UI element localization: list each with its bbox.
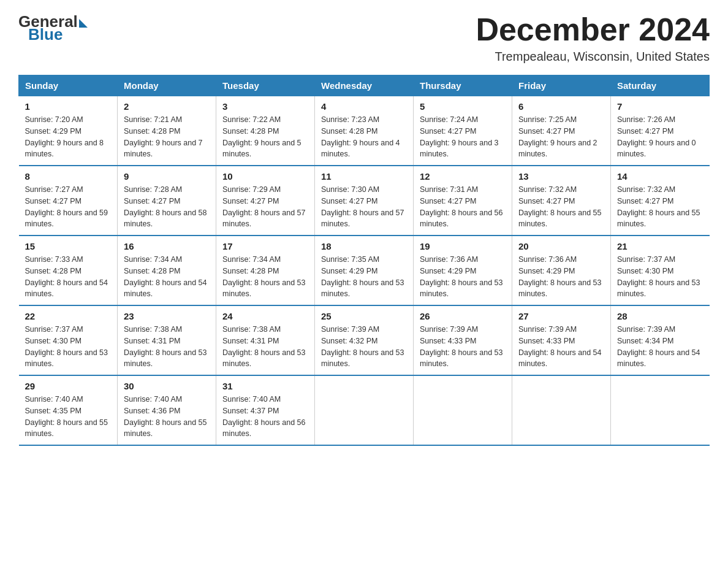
calendar-cell: 3 Sunrise: 7:22 AMSunset: 4:28 PMDayligh…: [216, 96, 315, 166]
header-sunday: Sunday: [19, 75, 118, 96]
day-number: 24: [222, 311, 308, 321]
calendar-cell: 2 Sunrise: 7:21 AMSunset: 4:28 PMDayligh…: [118, 96, 216, 166]
day-info: Sunrise: 7:40 AMSunset: 4:37 PMDaylight:…: [222, 394, 308, 440]
day-number: 29: [25, 381, 112, 391]
week-row-1: 1 Sunrise: 7:20 AMSunset: 4:29 PMDayligh…: [19, 96, 710, 166]
header-tuesday: Tuesday: [216, 75, 315, 96]
day-info: Sunrise: 7:25 AMSunset: 4:27 PMDaylight:…: [518, 114, 604, 160]
day-info: Sunrise: 7:39 AMSunset: 4:33 PMDaylight:…: [518, 324, 604, 370]
calendar-cell: 22 Sunrise: 7:37 AMSunset: 4:30 PMDaylig…: [19, 305, 118, 375]
header-saturday: Saturday: [611, 75, 710, 96]
day-info: Sunrise: 7:38 AMSunset: 4:31 PMDaylight:…: [222, 324, 308, 370]
day-info: Sunrise: 7:34 AMSunset: 4:28 PMDaylight:…: [124, 254, 210, 300]
header-friday: Friday: [512, 75, 611, 96]
calendar-cell: 10 Sunrise: 7:29 AMSunset: 4:27 PMDaylig…: [216, 166, 315, 236]
day-number: 15: [25, 241, 112, 251]
day-info: Sunrise: 7:39 AMSunset: 4:34 PMDaylight:…: [617, 324, 703, 370]
calendar-cell: [512, 375, 611, 445]
day-number: 22: [25, 311, 112, 321]
day-info: Sunrise: 7:27 AMSunset: 4:27 PMDaylight:…: [25, 184, 112, 230]
calendar-table: SundayMondayTuesdayWednesdayThursdayFrid…: [18, 75, 710, 446]
day-info: Sunrise: 7:37 AMSunset: 4:30 PMDaylight:…: [617, 254, 703, 300]
header-thursday: Thursday: [414, 75, 512, 96]
calendar-cell: 21 Sunrise: 7:37 AMSunset: 4:30 PMDaylig…: [611, 236, 710, 305]
calendar-cell: 20 Sunrise: 7:36 AMSunset: 4:29 PMDaylig…: [512, 236, 611, 305]
day-number: 25: [321, 311, 407, 321]
week-row-4: 22 Sunrise: 7:37 AMSunset: 4:30 PMDaylig…: [19, 305, 710, 375]
day-info: Sunrise: 7:20 AMSunset: 4:29 PMDaylight:…: [25, 114, 112, 160]
day-number: 4: [321, 101, 407, 112]
logo-arrow-icon: [79, 19, 88, 28]
calendar-cell: 30 Sunrise: 7:40 AMSunset: 4:36 PMDaylig…: [118, 375, 216, 445]
day-info: Sunrise: 7:37 AMSunset: 4:30 PMDaylight:…: [25, 324, 112, 370]
day-number: 20: [518, 241, 604, 251]
calendar-cell: 6 Sunrise: 7:25 AMSunset: 4:27 PMDayligh…: [512, 96, 611, 166]
day-number: 5: [420, 101, 506, 112]
day-number: 1: [25, 101, 112, 112]
day-info: Sunrise: 7:36 AMSunset: 4:29 PMDaylight:…: [518, 254, 604, 300]
day-info: Sunrise: 7:36 AMSunset: 4:29 PMDaylight:…: [420, 254, 506, 300]
day-info: Sunrise: 7:33 AMSunset: 4:28 PMDaylight:…: [25, 254, 112, 300]
day-info: Sunrise: 7:29 AMSunset: 4:27 PMDaylight:…: [222, 184, 308, 230]
day-info: Sunrise: 7:32 AMSunset: 4:27 PMDaylight:…: [617, 184, 703, 230]
calendar-cell: 28 Sunrise: 7:39 AMSunset: 4:34 PMDaylig…: [611, 305, 710, 375]
calendar-cell: 27 Sunrise: 7:39 AMSunset: 4:33 PMDaylig…: [512, 305, 611, 375]
day-info: Sunrise: 7:32 AMSunset: 4:27 PMDaylight:…: [518, 184, 604, 230]
day-number: 14: [617, 171, 703, 182]
header-monday: Monday: [118, 75, 216, 96]
calendar-cell: 9 Sunrise: 7:28 AMSunset: 4:27 PMDayligh…: [118, 166, 216, 236]
week-row-2: 8 Sunrise: 7:27 AMSunset: 4:27 PMDayligh…: [19, 166, 710, 236]
calendar-cell: 26 Sunrise: 7:39 AMSunset: 4:33 PMDaylig…: [414, 305, 512, 375]
calendar-cell: 14 Sunrise: 7:32 AMSunset: 4:27 PMDaylig…: [611, 166, 710, 236]
calendar-cell: 29 Sunrise: 7:40 AMSunset: 4:35 PMDaylig…: [19, 375, 118, 445]
day-number: 27: [518, 311, 604, 321]
day-number: 18: [321, 241, 407, 251]
day-number: 31: [222, 381, 308, 391]
day-info: Sunrise: 7:31 AMSunset: 4:27 PMDaylight:…: [420, 184, 506, 230]
calendar-cell: 23 Sunrise: 7:38 AMSunset: 4:31 PMDaylig…: [118, 305, 216, 375]
calendar-cell: 18 Sunrise: 7:35 AMSunset: 4:29 PMDaylig…: [315, 236, 414, 305]
calendar-cell: 15 Sunrise: 7:33 AMSunset: 4:28 PMDaylig…: [19, 236, 118, 305]
week-row-3: 15 Sunrise: 7:33 AMSunset: 4:28 PMDaylig…: [19, 236, 710, 305]
day-number: 26: [420, 311, 506, 321]
calendar-cell: 8 Sunrise: 7:27 AMSunset: 4:27 PMDayligh…: [19, 166, 118, 236]
day-info: Sunrise: 7:34 AMSunset: 4:28 PMDaylight:…: [222, 254, 308, 300]
title-block: December 2024 Trempealeau, Wisconsin, Un…: [476, 12, 710, 64]
month-year-title: December 2024: [476, 12, 710, 47]
day-number: 17: [222, 241, 308, 251]
day-info: Sunrise: 7:22 AMSunset: 4:28 PMDaylight:…: [222, 114, 308, 160]
day-number: 6: [518, 101, 604, 112]
day-number: 23: [124, 311, 210, 321]
calendar-cell: [414, 375, 512, 445]
calendar-cell: 11 Sunrise: 7:30 AMSunset: 4:27 PMDaylig…: [315, 166, 414, 236]
day-number: 19: [420, 241, 506, 251]
calendar-cell: 31 Sunrise: 7:40 AMSunset: 4:37 PMDaylig…: [216, 375, 315, 445]
day-number: 12: [420, 171, 506, 182]
calendar-cell: 24 Sunrise: 7:38 AMSunset: 4:31 PMDaylig…: [216, 305, 315, 375]
day-info: Sunrise: 7:30 AMSunset: 4:27 PMDaylight:…: [321, 184, 407, 230]
week-row-5: 29 Sunrise: 7:40 AMSunset: 4:35 PMDaylig…: [19, 375, 710, 445]
day-number: 21: [617, 241, 703, 251]
page-header: General Blue December 2024 Trempealeau, …: [18, 12, 710, 64]
calendar-cell: [611, 375, 710, 445]
day-number: 28: [617, 311, 703, 321]
day-info: Sunrise: 7:24 AMSunset: 4:27 PMDaylight:…: [420, 114, 506, 160]
calendar-cell: 17 Sunrise: 7:34 AMSunset: 4:28 PMDaylig…: [216, 236, 315, 305]
calendar-cell: 1 Sunrise: 7:20 AMSunset: 4:29 PMDayligh…: [19, 96, 118, 166]
calendar-header: SundayMondayTuesdayWednesdayThursdayFrid…: [19, 75, 710, 96]
day-number: 3: [222, 101, 308, 112]
day-info: Sunrise: 7:39 AMSunset: 4:33 PMDaylight:…: [420, 324, 506, 370]
day-number: 16: [124, 241, 210, 251]
calendar-cell: 7 Sunrise: 7:26 AMSunset: 4:27 PMDayligh…: [611, 96, 710, 166]
calendar-cell: 12 Sunrise: 7:31 AMSunset: 4:27 PMDaylig…: [414, 166, 512, 236]
day-number: 8: [25, 171, 112, 182]
day-number: 11: [321, 171, 407, 182]
calendar-cell: 4 Sunrise: 7:23 AMSunset: 4:28 PMDayligh…: [315, 96, 414, 166]
day-info: Sunrise: 7:38 AMSunset: 4:31 PMDaylight:…: [124, 324, 210, 370]
day-info: Sunrise: 7:28 AMSunset: 4:27 PMDaylight:…: [124, 184, 210, 230]
day-info: Sunrise: 7:26 AMSunset: 4:27 PMDaylight:…: [617, 114, 703, 160]
logo-blue-text: Blue: [28, 25, 63, 44]
day-info: Sunrise: 7:23 AMSunset: 4:28 PMDaylight:…: [321, 114, 407, 160]
calendar-cell: 5 Sunrise: 7:24 AMSunset: 4:27 PMDayligh…: [414, 96, 512, 166]
header-wednesday: Wednesday: [315, 75, 414, 96]
